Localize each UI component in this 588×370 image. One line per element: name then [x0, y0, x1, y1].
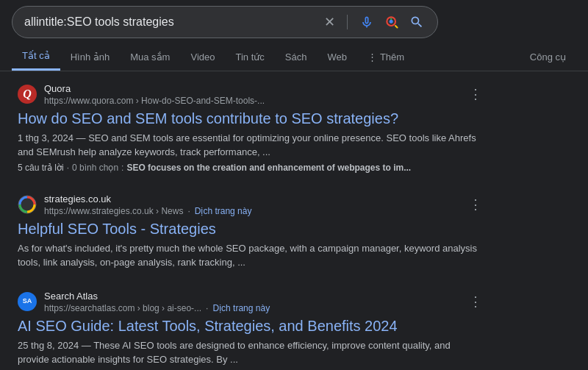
search-bar-container: ✕ [0, 0, 588, 38]
quora-logo-icon: Q [23, 88, 32, 101]
site-url-strategies: https://www.strategies.co.uk › News · Dị… [44, 206, 251, 216]
result-snippet-quora: 1 thg 3, 2024 — SEO and SEM tools are es… [18, 131, 482, 160]
tabs-bar: Tất cả Hình ảnh Mua sắm Video Tin tức Sá… [0, 41, 588, 71]
result-date-quora: 1 thg 3, 2024 [18, 132, 74, 143]
site-url-searchatlas: https://searchatlas.com › blog › ai-seo-… [44, 303, 270, 313]
more-options-searchatlas[interactable]: ⋮ [469, 293, 482, 310]
svg-point-2 [390, 18, 392, 21]
tab-tools[interactable]: Công cụ [520, 43, 576, 70]
site-name-searchatlas: Search Atlas [44, 291, 270, 303]
site-name-url-quora: Quora https://www.quora.com › How-do-SEO… [44, 83, 265, 106]
result-replies-quora: 5 câu trả lời [18, 163, 64, 173]
search-input[interactable] [24, 15, 317, 29]
result-extra-bold-quora: SEO focuses on the creation and enhancem… [126, 163, 411, 173]
site-url-quora: https://www.quora.com › How-do-SEO-and-S… [44, 96, 265, 106]
searchatlas-logo-icon: SA [23, 298, 32, 305]
svg-point-3 [18, 196, 36, 213]
search-icons-group: ✕ [323, 13, 426, 32]
dot-sep-4: · [206, 303, 208, 313]
translate-link-strategies[interactable]: Dịch trang này [195, 206, 252, 216]
dot-sep-1: · [67, 163, 69, 173]
lens-button[interactable] [383, 13, 401, 31]
site-favicon-quora: Q [18, 85, 37, 104]
result-title-searchatlas[interactable]: AI SEO Guide: Latest Tools, Strategies, … [18, 316, 482, 335]
site-name-url-strategies: strategies.co.uk https://www.strategies.… [44, 193, 251, 216]
site-name-url-searchatlas: Search Atlas https://searchatlas.com › b… [44, 291, 270, 313]
tab-all[interactable]: Tất cả [12, 41, 60, 71]
more-icon: ⋮ [368, 51, 377, 63]
dot-sep-2: : [121, 163, 123, 173]
site-favicon-strategies [18, 195, 37, 214]
results-container: Q Quora https://www.quora.com › How-do-S… [0, 71, 500, 370]
site-name-quora: Quora [44, 83, 265, 96]
result-extra-quora: 5 câu trả lời · 0 bình chọn : SEO focuse… [18, 163, 482, 173]
svg-point-1 [390, 20, 393, 24]
more-options-strategies[interactable]: ⋮ [469, 196, 482, 213]
strategies-logo-icon [18, 195, 37, 214]
result-snippet-text-quora: — SEO and SEM tools are essential for op… [18, 132, 476, 158]
mic-button[interactable] [358, 13, 376, 31]
tab-news[interactable]: Tin tức [225, 43, 274, 70]
site-favicon-searchatlas: SA [18, 292, 37, 311]
tab-books[interactable]: Sách [275, 43, 318, 70]
tab-images[interactable]: Hình ảnh [60, 43, 121, 70]
site-name-strategies: strategies.co.uk [44, 193, 251, 206]
result-title-strategies[interactable]: Helpful SEO Tools - Strategies [18, 219, 482, 238]
result-snippet-strategies: As for what's included, it's pretty much… [18, 241, 482, 270]
dot-sep-3: · [187, 206, 190, 216]
search-button[interactable] [408, 13, 426, 31]
result-votes-quora: 0 bình chọn [72, 163, 118, 173]
tab-shopping[interactable]: Mua sắm [120, 43, 180, 70]
tab-video[interactable]: Video [180, 43, 225, 70]
result-site-info-strategies: strategies.co.uk https://www.strategies.… [18, 193, 482, 216]
result-site-info-searchatlas: SA Search Atlas https://searchatlas.com … [18, 291, 482, 313]
translate-link-searchatlas[interactable]: Dịch trang này [212, 303, 270, 313]
tab-web[interactable]: Web [317, 43, 357, 70]
result-snippet-searchatlas: 25 thg 8, 2024 — These AI SEO tools are … [18, 338, 482, 367]
result-site-info-quora: Q Quora https://www.quora.com › How-do-S… [18, 83, 482, 106]
more-options-quora[interactable]: ⋮ [469, 86, 482, 102]
tab-more[interactable]: ⋮ Thêm [357, 43, 415, 70]
clear-button[interactable]: ✕ [323, 13, 337, 32]
result-item-strategies: strategies.co.uk https://www.strategies.… [18, 193, 482, 270]
search-bar: ✕ [12, 6, 438, 38]
result-item-quora: Q Quora https://www.quora.com › How-do-S… [18, 83, 482, 173]
result-item-searchatlas: SA Search Atlas https://searchatlas.com … [18, 291, 482, 367]
divider [347, 15, 348, 29]
result-title-quora[interactable]: How do SEO and SEM tools contribute to S… [18, 109, 482, 128]
